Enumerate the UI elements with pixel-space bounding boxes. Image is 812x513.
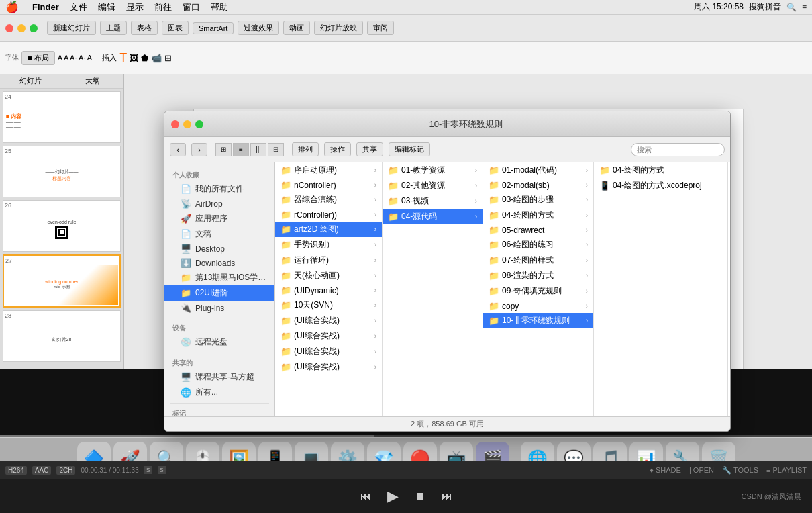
col1-item[interactable]: 📁(UIDynamic) › xyxy=(275,283,382,297)
apple-menu[interactable]: 🍎 xyxy=(5,1,19,13)
animate-btn[interactable]: 动画 xyxy=(283,21,310,35)
theme-btn[interactable]: 主题 xyxy=(100,21,127,35)
maximize-button[interactable] xyxy=(30,24,38,32)
chart-btn[interactable]: 图表 xyxy=(162,21,189,35)
col3-item-selected[interactable]: 📁10-非零环绕数规则 › xyxy=(483,313,593,328)
col2-item[interactable]: 📁02-其他资源 › xyxy=(383,178,483,193)
tab-outline[interactable]: 大纲 xyxy=(62,74,124,88)
prev-button[interactable]: ⏮ xyxy=(360,490,371,502)
edit-tags-btn[interactable]: 编辑标记 xyxy=(389,142,430,156)
menu-extra-icon[interactable]: ≡ xyxy=(802,3,807,12)
finder-search-input[interactable] xyxy=(631,143,725,156)
sidebar-item-applications[interactable]: 🚀 应用程序 xyxy=(164,211,274,226)
sidebar-item-all-files[interactable]: 📄 我的所有文件 xyxy=(164,181,274,197)
sidebar-item-desktop[interactable]: 🖥️ Desktop xyxy=(164,242,274,256)
forward-button[interactable]: › xyxy=(191,143,207,156)
window-menu[interactable]: 窗口 xyxy=(183,1,200,13)
col1-item[interactable]: 📁序启动原理) › xyxy=(275,162,382,178)
col1-item[interactable]: 📁(UI综合实战) › xyxy=(275,344,382,359)
next-button[interactable]: ⏭ xyxy=(442,490,452,502)
minimize-button[interactable] xyxy=(17,24,26,32)
col2-item[interactable]: 📁01-教学资源 › xyxy=(383,162,483,178)
finder-maximize-button[interactable] xyxy=(195,120,203,128)
sidebar-item-documents[interactable]: 📄 文稿 xyxy=(164,226,274,242)
shape-btn[interactable]: ⬟ xyxy=(141,53,148,63)
col1-item-selected[interactable]: 📁artz2D 绘图) › xyxy=(275,222,382,237)
col1-item[interactable]: 📁器综合演练) › xyxy=(275,192,382,207)
col1-item[interactable]: 📁10天(SVN) › xyxy=(275,297,382,313)
slide-thumb-25[interactable]: 25 ——幻灯片—— 标题内容 xyxy=(3,146,121,197)
smartart-btn[interactable]: SmartArt xyxy=(193,22,234,34)
col3-item[interactable]: 📁06-绘图的练习 › xyxy=(483,237,593,252)
col3-item[interactable]: 📁07-绘图的样式 › xyxy=(483,252,593,268)
kmp-progress-bar[interactable] xyxy=(0,435,812,437)
col1-item[interactable]: 📁手势识别） › xyxy=(275,237,382,252)
col1-item[interactable]: 📁天(核心动画) › xyxy=(275,268,382,283)
col2-item[interactable]: 📁03-视频 › xyxy=(383,193,483,209)
col4-item-xcode[interactable]: 📱04-绘图的方式.xcodeproj xyxy=(594,178,727,193)
back-button[interactable]: ‹ xyxy=(170,143,186,156)
column-view-btn[interactable]: ||| xyxy=(250,143,266,156)
col2-item-selected[interactable]: 📁04-源代码 › xyxy=(383,209,483,224)
action-btn[interactable]: 操作 xyxy=(324,142,351,156)
sougou-input[interactable]: 搜狗拼音 xyxy=(749,1,781,13)
go-menu[interactable]: 前往 xyxy=(154,1,172,13)
playlist-btn[interactable]: ≡ PLAYLIST xyxy=(766,466,807,475)
col1-item[interactable]: 📁运行循环) › xyxy=(275,252,382,268)
col3-item[interactable]: 📁09-奇偶填充规则 › xyxy=(483,283,593,299)
image-btn[interactable]: 🖼 xyxy=(130,53,138,63)
new-slide-btn[interactable]: 新建幻灯片 xyxy=(47,21,96,35)
col3-item[interactable]: 📁01-modal(代码) › xyxy=(483,162,593,178)
col1-item[interactable]: 📁rController)) › xyxy=(275,207,382,222)
slide-thumb-26[interactable]: 26 even-odd rule xyxy=(3,200,121,252)
media-btn[interactable]: 📹 xyxy=(151,53,162,63)
sidebar-item-plugins[interactable]: 🔌 Plug-ins xyxy=(164,301,274,315)
arrange-btn[interactable]: 排列 xyxy=(292,142,319,156)
finder-minimize-button[interactable] xyxy=(183,120,191,128)
search-icon[interactable]: 🔍 xyxy=(786,3,797,12)
slide-thumb-27[interactable]: 27 winding number rule 示例 xyxy=(3,254,121,308)
table-insert-btn[interactable]: ⊞ xyxy=(164,53,172,63)
tools-btn[interactable]: 🔧 TOOLS xyxy=(722,466,758,475)
col3-item[interactable]: 📁04-绘图的方式 › xyxy=(483,207,593,223)
col1-item[interactable]: 📁(UI综合实战) › xyxy=(275,359,382,375)
share-btn[interactable]: 共享 xyxy=(356,142,383,156)
review-btn[interactable]: 审阅 xyxy=(367,21,394,35)
col3-item[interactable]: 📁02-modal(sb) › xyxy=(483,178,593,192)
play-button[interactable]: ▶ xyxy=(387,487,399,505)
table-btn[interactable]: 表格 xyxy=(131,21,158,35)
tab-slides[interactable]: 幻灯片 xyxy=(0,74,62,88)
sidebar-item-course[interactable]: 📁 第13期黑马iOS学科... xyxy=(164,270,274,285)
sidebar-item-shared-1[interactable]: 🖥️ 课程共享-马方超 xyxy=(164,369,274,385)
icon-view-btn[interactable]: ⊞ xyxy=(215,143,232,156)
col1-item[interactable]: 📁(UI综合实战) › xyxy=(275,328,382,344)
coverflow-view-btn[interactable]: ⊟ xyxy=(268,143,284,156)
view-menu[interactable]: 显示 xyxy=(126,1,144,13)
sidebar-item-airdrop[interactable]: 📡 AirDrop xyxy=(164,197,274,211)
col3-item[interactable]: 📁copy › xyxy=(483,299,593,313)
finder-menu[interactable]: Finder xyxy=(32,2,59,12)
open-btn[interactable]: | OPEN xyxy=(689,466,714,475)
col3-item[interactable]: 📁03-绘图的步骤 › xyxy=(483,192,593,207)
help-menu[interactable]: 帮助 xyxy=(211,1,228,13)
list-view-btn[interactable]: ≡ xyxy=(233,143,249,156)
font-btn[interactable]: ■ 布局 xyxy=(21,51,55,65)
close-button[interactable] xyxy=(5,24,13,32)
file-menu[interactable]: 文件 xyxy=(70,1,87,13)
finder-close-button[interactable] xyxy=(171,120,179,128)
edit-menu[interactable]: 编辑 xyxy=(98,1,115,13)
slideshow-btn[interactable]: 幻灯片放映 xyxy=(314,21,363,35)
transition-btn[interactable]: 过渡效果 xyxy=(238,21,279,35)
col1-item[interactable]: 📁(UI综合实战) › xyxy=(275,313,382,328)
sidebar-item-02ui[interactable]: 📁 02UI进阶 xyxy=(164,285,274,301)
sidebar-item-shared-all[interactable]: 🌐 所有... xyxy=(164,385,274,400)
col4-item[interactable]: 📁04-绘图的方式 xyxy=(594,162,727,178)
slide-thumb-24[interactable]: 24 ■ 内容 ── ── ── ── xyxy=(3,91,121,143)
slide-thumb-28[interactable]: 28 幻灯片28 xyxy=(3,310,121,362)
text-insert-btn[interactable]: T xyxy=(119,51,127,65)
col1-item[interactable]: 📁nController) › xyxy=(275,178,382,192)
col3-item[interactable]: 📁08-渲染的方式 › xyxy=(483,268,593,283)
stop-button[interactable]: ⏹ xyxy=(415,490,425,502)
shade-btn[interactable]: ♦ SHADE xyxy=(650,466,681,475)
col3-item[interactable]: 📁05-drawrect › xyxy=(483,223,593,237)
